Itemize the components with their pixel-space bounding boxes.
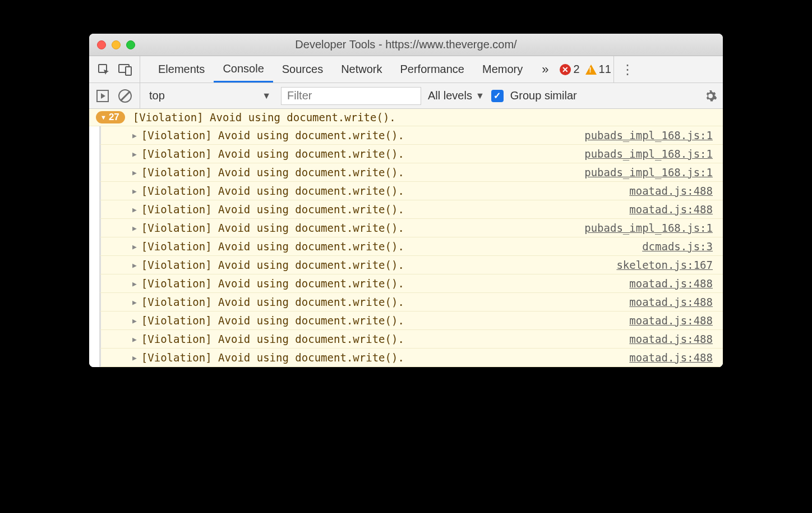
log-row[interactable]: ▶[Violation] Avoid using document.write(… xyxy=(99,256,723,274)
disclosure-triangle-icon[interactable]: ▶ xyxy=(132,354,137,362)
minimize-window-button[interactable] xyxy=(112,40,121,49)
group-count-badge: 27 xyxy=(96,111,125,123)
log-source-link[interactable]: moatad.js:488 xyxy=(629,185,713,197)
log-message: ▶[Violation] Avoid using document.write(… xyxy=(132,259,404,271)
log-source-link[interactable]: moatad.js:488 xyxy=(629,314,713,327)
log-message: ▶[Violation] Avoid using document.write(… xyxy=(132,222,404,234)
disclosure-triangle-icon[interactable]: ▶ xyxy=(132,280,137,288)
log-message: ▶[Violation] Avoid using document.write(… xyxy=(132,148,404,160)
tab-network[interactable]: Network xyxy=(332,56,391,83)
inspect-element-icon[interactable] xyxy=(96,62,112,77)
log-rows: ▶[Violation] Avoid using document.write(… xyxy=(89,126,723,367)
log-message: ▶[Violation] Avoid using document.write(… xyxy=(132,166,404,178)
log-message: ▶[Violation] Avoid using document.write(… xyxy=(132,240,404,253)
log-source-link[interactable]: pubads_impl_168.js:1 xyxy=(584,129,713,141)
log-row[interactable]: ▶[Violation] Avoid using document.write(… xyxy=(99,312,723,330)
clear-icon xyxy=(118,89,132,103)
log-message: ▶[Violation] Avoid using document.write(… xyxy=(132,185,404,197)
log-row[interactable]: ▶[Violation] Avoid using document.write(… xyxy=(99,219,723,237)
warning-count[interactable]: 11 xyxy=(585,63,611,76)
panel-tabs: ElementsConsoleSourcesNetworkPerformance… xyxy=(89,56,723,83)
disclosure-triangle-icon[interactable]: ▶ xyxy=(132,150,137,158)
context-selector[interactable]: top ▼ xyxy=(140,83,274,108)
tab-console[interactable]: Console xyxy=(214,56,273,83)
titlebar: Developer Tools - https://www.theverge.c… xyxy=(89,34,723,56)
group-similar-label: Group similar xyxy=(510,89,577,102)
context-value: top xyxy=(149,89,165,102)
disclosure-triangle-icon[interactable]: ▶ xyxy=(132,298,137,306)
log-row[interactable]: ▶[Violation] Avoid using document.write(… xyxy=(99,126,723,145)
clear-console-button[interactable] xyxy=(117,88,133,104)
chevron-down-icon: ▼ xyxy=(262,91,271,101)
play-icon xyxy=(96,90,109,102)
log-source-link[interactable]: pubads_impl_168.js:1 xyxy=(584,166,713,178)
log-message: ▶[Violation] Avoid using document.write(… xyxy=(132,277,404,290)
warning-icon xyxy=(585,65,597,75)
log-levels-selector[interactable]: All levels ▼ xyxy=(428,89,485,102)
message-group-header[interactable]: 27 [Violation] Avoid using document.writ… xyxy=(89,109,723,126)
tab-elements[interactable]: Elements xyxy=(149,56,214,83)
log-source-link[interactable]: pubads_impl_168.js:1 xyxy=(584,222,713,234)
log-source-link[interactable]: moatad.js:488 xyxy=(629,296,713,308)
error-count[interactable]: ✕ 2 xyxy=(560,63,579,76)
window-controls xyxy=(97,40,135,49)
log-row[interactable]: ▶[Violation] Avoid using document.write(… xyxy=(99,145,723,163)
tab-performance[interactable]: Performance xyxy=(391,56,474,83)
console-body: 27 [Violation] Avoid using document.writ… xyxy=(89,109,723,367)
log-source-link[interactable]: dcmads.js:3 xyxy=(642,240,713,253)
window-title: Developer Tools - https://www.theverge.c… xyxy=(97,38,715,51)
close-window-button[interactable] xyxy=(97,40,106,49)
tab-list: ElementsConsoleSourcesNetworkPerformance… xyxy=(149,56,532,83)
disclosure-triangle-icon[interactable]: ▶ xyxy=(132,205,137,214)
log-row[interactable]: ▶[Violation] Avoid using document.write(… xyxy=(99,349,723,367)
svg-rect-2 xyxy=(126,67,131,75)
filter-input[interactable] xyxy=(281,87,421,105)
tab-memory[interactable]: Memory xyxy=(473,56,532,83)
disclosure-triangle-icon[interactable]: ▶ xyxy=(132,187,137,195)
levels-label: All levels xyxy=(428,89,472,102)
log-source-link[interactable]: moatad.js:488 xyxy=(629,277,713,290)
kebab-menu-button[interactable]: ⋮ xyxy=(613,56,641,83)
log-row[interactable]: ▶[Violation] Avoid using document.write(… xyxy=(99,330,723,349)
toolbar-left-icons xyxy=(94,56,140,83)
console-toolbar: top ▼ All levels ▼ ✓ Group similar xyxy=(89,83,723,109)
disclosure-triangle-icon[interactable]: ▶ xyxy=(132,261,137,269)
log-row[interactable]: ▶[Violation] Avoid using document.write(… xyxy=(99,274,723,293)
log-message: ▶[Violation] Avoid using document.write(… xyxy=(132,351,404,364)
disclosure-triangle-icon[interactable]: ▶ xyxy=(132,224,137,232)
log-message: ▶[Violation] Avoid using document.write(… xyxy=(132,314,404,327)
settings-icon[interactable] xyxy=(704,89,717,103)
warning-count-value: 11 xyxy=(599,63,611,76)
log-row[interactable]: ▶[Violation] Avoid using document.write(… xyxy=(99,163,723,182)
log-source-link[interactable]: pubads_impl_168.js:1 xyxy=(584,148,713,160)
show-sidebar-button[interactable] xyxy=(95,88,110,104)
log-row[interactable]: ▶[Violation] Avoid using document.write(… xyxy=(99,293,723,312)
error-icon: ✕ xyxy=(560,64,571,75)
log-source-link[interactable]: moatad.js:488 xyxy=(629,203,713,216)
log-source-link[interactable]: skeleton.js:167 xyxy=(616,259,713,271)
log-row[interactable]: ▶[Violation] Avoid using document.write(… xyxy=(99,237,723,256)
chevron-down-icon: ▼ xyxy=(476,91,485,101)
log-message: ▶[Violation] Avoid using document.write(… xyxy=(132,333,404,345)
disclosure-triangle-icon[interactable]: ▶ xyxy=(132,242,137,251)
log-source-link[interactable]: moatad.js:488 xyxy=(629,333,713,345)
zoom-window-button[interactable] xyxy=(126,40,135,49)
group-message: [Violation] Avoid using document.write()… xyxy=(133,111,396,123)
error-count-value: 2 xyxy=(573,63,579,76)
tabs-overflow-button[interactable]: » xyxy=(536,62,554,77)
log-message: ▶[Violation] Avoid using document.write(… xyxy=(132,296,404,308)
disclosure-triangle-icon[interactable]: ▶ xyxy=(132,317,137,325)
tab-sources[interactable]: Sources xyxy=(273,56,332,83)
disclosure-triangle-icon[interactable]: ▶ xyxy=(132,131,137,140)
device-toolbar-icon[interactable] xyxy=(117,62,133,77)
tab-status-area: ✕ 2 11 xyxy=(560,63,613,76)
devtools-window: Developer Tools - https://www.theverge.c… xyxy=(89,34,723,367)
log-message: ▶[Violation] Avoid using document.write(… xyxy=(132,129,404,141)
log-source-link[interactable]: moatad.js:488 xyxy=(629,351,713,364)
log-row[interactable]: ▶[Violation] Avoid using document.write(… xyxy=(99,200,723,219)
disclosure-triangle-icon[interactable]: ▶ xyxy=(132,168,137,177)
group-similar-checkbox[interactable]: ✓ xyxy=(491,90,504,102)
disclosure-triangle-icon[interactable]: ▶ xyxy=(132,335,137,343)
log-row[interactable]: ▶[Violation] Avoid using document.write(… xyxy=(99,182,723,200)
log-message: ▶[Violation] Avoid using document.write(… xyxy=(132,203,404,216)
